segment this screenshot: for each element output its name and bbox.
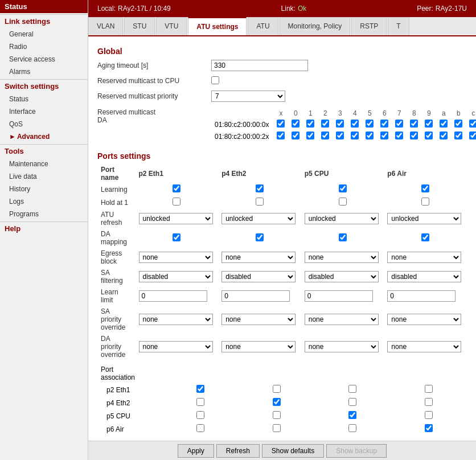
sa-filtering-p5[interactable]: disabled: [305, 271, 379, 282]
row0x-c[interactable]: [469, 120, 476, 128]
link-value[interactable]: Ok: [298, 5, 306, 13]
assoc-p2-p4[interactable]: [273, 385, 281, 393]
row0x-7[interactable]: [395, 120, 403, 128]
da-priority-p6[interactable]: none: [387, 341, 461, 352]
row2x-3[interactable]: [336, 132, 344, 139]
tab-monitoring-policy[interactable]: Monitoring, Policy: [280, 17, 351, 35]
sa-filtering-p4[interactable]: disabled: [221, 271, 296, 282]
da-priority-p2[interactable]: none: [139, 341, 213, 352]
row0x-9[interactable]: [425, 120, 433, 128]
assoc-p2-p6[interactable]: [425, 385, 433, 393]
sa-priority-p4[interactable]: none: [221, 314, 296, 325]
atu-refresh-p6[interactable]: unlockedlocked: [387, 213, 461, 224]
sidebar-item-programs[interactable]: Programs: [0, 208, 88, 220]
learn-limit-p4[interactable]: [221, 290, 290, 302]
row0x-1[interactable]: [306, 120, 314, 128]
sidebar-item-qos[interactable]: QoS: [0, 118, 88, 130]
row2x-0[interactable]: [292, 132, 299, 139]
sidebar-item-logs[interactable]: Logs: [0, 195, 88, 208]
row2x-7[interactable]: [395, 132, 403, 139]
egress-block-p4[interactable]: none: [221, 252, 296, 263]
sidebar-status[interactable]: Status: [0, 0, 88, 13]
learn-limit-p6[interactable]: [387, 290, 456, 302]
row2x-c[interactable]: [469, 132, 476, 139]
assoc-p4-p4[interactable]: [273, 398, 281, 406]
sidebar-item-radio[interactable]: Radio: [0, 40, 88, 53]
atu-refresh-p2[interactable]: unlockedlocked: [139, 213, 213, 224]
sa-filtering-p6[interactable]: disabled: [387, 271, 461, 282]
learning-p4[interactable]: [256, 184, 264, 192]
assoc-p6-p4[interactable]: [273, 424, 281, 432]
da-mapping-p5[interactable]: [339, 233, 347, 241]
sidebar-item-advanced[interactable]: ►Advanced: [0, 130, 88, 143]
sidebar-item-alarms[interactable]: Alarms: [0, 65, 88, 78]
row2x-2[interactable]: [321, 132, 329, 139]
row2x-9[interactable]: [425, 132, 433, 139]
assoc-p2-p2[interactable]: [196, 385, 204, 393]
row0x-x[interactable]: [277, 120, 285, 128]
tab-atu[interactable]: ATU: [248, 17, 278, 35]
assoc-p5-p6[interactable]: [425, 411, 433, 419]
row0x-3[interactable]: [336, 120, 344, 128]
row0x-6[interactable]: [380, 120, 388, 128]
egress-block-p6[interactable]: none: [387, 252, 461, 263]
sa-priority-p6[interactable]: none: [387, 314, 461, 325]
row2x-6[interactable]: [380, 132, 388, 139]
row0x-a[interactable]: [440, 120, 448, 128]
tab-atu-settings[interactable]: ATU settings: [188, 17, 247, 35]
hold-p2[interactable]: [173, 198, 180, 206]
egress-block-p2[interactable]: none: [139, 252, 213, 263]
egress-block-p5[interactable]: none: [305, 252, 379, 263]
row2x-b[interactable]: [454, 132, 462, 139]
row0x-0[interactable]: [292, 120, 299, 128]
sidebar-item-service-access[interactable]: Service access: [0, 53, 88, 65]
tab-rstp[interactable]: RSTP: [351, 17, 387, 35]
reserved-multicast-cpu-checkbox[interactable]: [211, 76, 219, 84]
row2x-1[interactable]: [306, 132, 314, 139]
hold-p6[interactable]: [421, 198, 429, 206]
da-mapping-p4[interactable]: [256, 233, 264, 241]
atu-refresh-p4[interactable]: unlockedlocked: [221, 213, 296, 224]
row0x-5[interactable]: [366, 120, 374, 128]
learning-p2[interactable]: [173, 184, 180, 192]
sidebar-item-interface[interactable]: Interface: [0, 105, 88, 118]
tab-vlan[interactable]: VLAN: [88, 17, 123, 35]
da-mapping-p2[interactable]: [173, 233, 180, 241]
sa-priority-p2[interactable]: none: [139, 314, 213, 325]
refresh-button[interactable]: Refresh: [216, 444, 260, 458]
learn-limit-p5[interactable]: [305, 290, 373, 302]
assoc-p4-p5[interactable]: [348, 398, 356, 406]
da-priority-p5[interactable]: none: [305, 341, 379, 352]
sidebar-item-status[interactable]: Status: [0, 93, 88, 105]
assoc-p4-p6[interactable]: [425, 398, 433, 406]
row2x-5[interactable]: [366, 132, 374, 139]
learning-p5[interactable]: [339, 184, 347, 192]
hold-p5[interactable]: [339, 198, 347, 206]
reserved-multicast-priority-select[interactable]: 7 6 5 4 3 2 1 0: [211, 91, 285, 102]
assoc-p5-p4[interactable]: [273, 411, 281, 419]
tab-vtu[interactable]: VTU: [156, 17, 187, 35]
assoc-p6-p5[interactable]: [348, 424, 356, 432]
assoc-p6-p2[interactable]: [196, 424, 204, 432]
sidebar-item-live-data[interactable]: Live data: [0, 170, 88, 183]
row0x-8[interactable]: [410, 120, 418, 128]
row2x-x[interactable]: [277, 132, 285, 139]
tab-t[interactable]: T: [388, 17, 409, 35]
assoc-p2-p5[interactable]: [348, 385, 356, 393]
atu-refresh-p5[interactable]: unlockedlocked: [305, 213, 379, 224]
sa-priority-p5[interactable]: none: [305, 314, 379, 325]
apply-button[interactable]: Apply: [178, 444, 214, 458]
assoc-p5-p5[interactable]: [348, 411, 356, 419]
assoc-p5-p2[interactable]: [196, 411, 204, 419]
learn-limit-p2[interactable]: [139, 290, 207, 302]
da-priority-p4[interactable]: none: [221, 341, 296, 352]
aging-timeout-input[interactable]: [211, 60, 308, 71]
tab-stu[interactable]: STU: [124, 17, 155, 35]
row0x-b[interactable]: [454, 120, 462, 128]
da-mapping-p6[interactable]: [421, 233, 429, 241]
row0x-2[interactable]: [321, 120, 329, 128]
show-defaults-button[interactable]: Show defaults: [262, 444, 324, 458]
learning-p6[interactable]: [421, 184, 429, 192]
assoc-p4-p2[interactable]: [196, 398, 204, 406]
hold-p4[interactable]: [256, 198, 264, 206]
